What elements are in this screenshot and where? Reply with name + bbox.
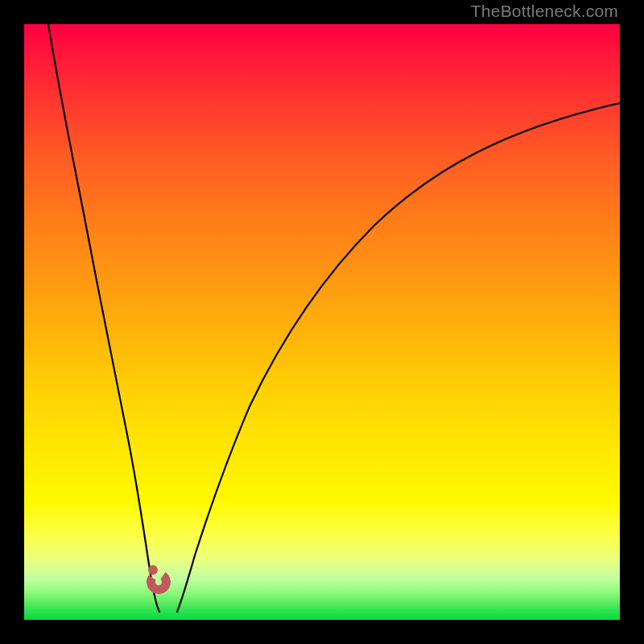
watermark-text: TheBottleneck.com: [471, 2, 618, 21]
curve-left-branch: [48, 24, 159, 612]
chart-viewport: [24, 24, 620, 620]
u-marker: [147, 565, 174, 594]
curve-right-branch: [177, 103, 620, 612]
bottleneck-curve: [24, 24, 620, 620]
u-marker-dot: [148, 565, 158, 575]
